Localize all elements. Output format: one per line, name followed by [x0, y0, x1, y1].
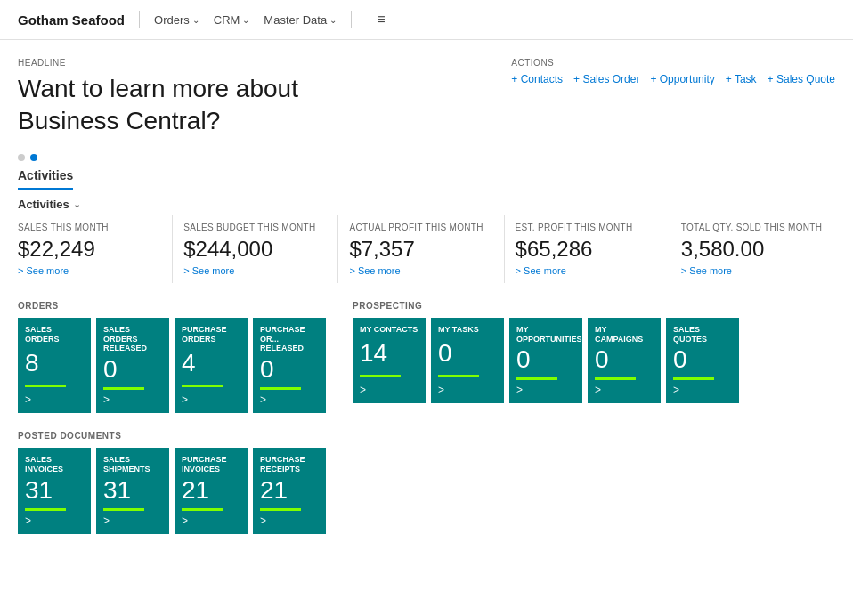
activities-section-header: Activities: [18, 168, 73, 190]
chevron-down-icon: ⌄: [329, 15, 337, 25]
sales-shipments-card[interactable]: SALES SHIPMENTS 31 >: [96, 448, 169, 534]
orders-cards-2: SALES ORDERS 8 > SALES ORDERS RELEASED 0…: [18, 318, 326, 413]
my-campaigns-card[interactable]: MY CAMPAIGNS 0 >: [588, 318, 661, 404]
carousel-dots: [0, 147, 853, 168]
metric-value-3: $65,286: [516, 237, 659, 262]
see-more-link-2[interactable]: > See more: [349, 265, 492, 276]
top-navigation: Gotham Seafood Orders ⌄ CRM ⌄ Master Dat…: [0, 0, 853, 40]
sales-invoices-card[interactable]: SALES INVOICES 31 >: [18, 448, 91, 534]
metric-value-1: $244,000: [183, 237, 327, 262]
sales-quotes-card[interactable]: SALES QUOTES 0 >: [666, 318, 739, 404]
metric-label-2: ACTUAL PROFIT THIS MONTH: [349, 222, 492, 233]
activities-bar-label: Activities: [18, 198, 69, 211]
purchase-orders-card-2[interactable]: PURCHASE ORDERS 4 >: [175, 318, 248, 413]
purchase-receipts-card[interactable]: PURCHASE RECEIPTS 21 >: [253, 448, 326, 534]
hero-title: Want to learn more about Business Centra…: [18, 73, 392, 138]
see-more-link-1[interactable]: > See more: [183, 265, 327, 276]
metric-value-4: 3,580.00: [681, 237, 825, 262]
see-more-link-0[interactable]: > See more: [18, 265, 161, 276]
dot-1[interactable]: [18, 154, 25, 161]
see-more-link-3[interactable]: > See more: [516, 265, 659, 276]
actions-label: ACTIONS: [511, 58, 835, 68]
hamburger-menu-icon[interactable]: ≡: [377, 12, 385, 28]
metrics-row: SALES THIS MONTH $22,249 > See more SALE…: [0, 215, 853, 292]
actions-links: + Contacts + Sales Order + Opportunity +…: [511, 73, 835, 85]
metric-value-2: $7,357: [349, 237, 492, 262]
hero-left: HEADLINE Want to learn more about Busine…: [18, 58, 511, 138]
posted-documents-label: POSTED DOCUMENTS: [18, 431, 835, 441]
add-contacts-action[interactable]: + Contacts: [511, 73, 563, 85]
add-task-action[interactable]: + Task: [726, 73, 757, 85]
prospecting-group: PROSPECTING MY CONTACTS 14 > MY TASKS 0 …: [353, 301, 739, 413]
metric-total-qty: TOTAL QTY. SOLD THIS MONTH 3,580.00 > Se…: [681, 215, 835, 283]
nav-divider-2: [351, 11, 352, 28]
orders-label-2: ORDERS: [18, 301, 326, 311]
master-data-nav-link[interactable]: Master Data ⌄: [264, 13, 337, 27]
sales-orders-released-card-2[interactable]: SALES ORDERS RELEASED 0 >: [96, 318, 169, 413]
metric-sales-this-month: SALES THIS MONTH $22,249 > See more: [18, 215, 173, 283]
nav-divider: [139, 11, 140, 28]
metric-label-4: TOTAL QTY. SOLD THIS MONTH: [681, 222, 825, 233]
my-contacts-card[interactable]: MY CONTACTS 14 >: [353, 318, 426, 404]
crm-nav-link[interactable]: CRM ⌄: [214, 13, 250, 27]
chevron-down-icon: ⌄: [242, 15, 249, 25]
metric-label-1: SALES BUDGET THIS MONTH: [183, 222, 327, 233]
headline-label: HEADLINE: [18, 58, 511, 68]
purchase-orders-released-card-2[interactable]: PURCHASE OR... RELEASED 0 >: [253, 318, 326, 413]
hero-section: HEADLINE Want to learn more about Busine…: [0, 40, 853, 147]
dot-2[interactable]: [30, 154, 37, 161]
activities-bar[interactable]: Activities ⌄: [0, 190, 853, 215]
purchase-invoices-card[interactable]: PURCHASE INVOICES 21 >: [175, 448, 248, 534]
metric-sales-budget: SALES BUDGET THIS MONTH $244,000 > See m…: [183, 215, 338, 283]
my-tasks-card[interactable]: MY TASKS 0 >: [431, 318, 504, 404]
metric-actual-profit: ACTUAL PROFIT THIS MONTH $7,357 > See mo…: [349, 215, 504, 283]
prospecting-label: PROSPECTING: [353, 301, 739, 311]
sales-orders-card-2[interactable]: SALES ORDERS 8 >: [18, 318, 91, 413]
my-opportunities-card[interactable]: MY OPPORTUNITIES 0 >: [509, 318, 582, 404]
metric-label-3: EST. PROFIT THIS MONTH: [516, 222, 659, 233]
company-name: Gotham Seafood: [18, 12, 125, 28]
activities-chevron-icon: ⌄: [73, 199, 81, 210]
add-sales-order-action[interactable]: + Sales Order: [573, 73, 639, 85]
cue-sections-row: [0, 292, 853, 301]
add-sales-quote-action[interactable]: + Sales Quote: [768, 73, 835, 85]
main-cue-row: ORDERS SALES ORDERS 8 > SALES ORDERS REL…: [0, 301, 853, 422]
posted-documents-section: POSTED DOCUMENTS SALES INVOICES 31 > SAL…: [0, 422, 853, 539]
prospecting-cards: MY CONTACTS 14 > MY TASKS 0 > MY OPPORTU…: [353, 318, 739, 404]
metric-value-0: $22,249: [18, 237, 161, 262]
chevron-down-icon: ⌄: [192, 15, 199, 25]
see-more-link-4[interactable]: > See more: [681, 265, 825, 276]
nav-links: Orders ⌄ CRM ⌄ Master Data ⌄: [154, 13, 337, 27]
orders-group: ORDERS SALES ORDERS 8 > SALES ORDERS REL…: [18, 301, 326, 413]
orders-nav-link[interactable]: Orders ⌄: [154, 13, 199, 27]
add-opportunity-action[interactable]: + Opportunity: [650, 73, 714, 85]
metric-est-profit: EST. PROFIT THIS MONTH $65,286 > See mor…: [516, 215, 670, 283]
hero-right: ACTIONS + Contacts + Sales Order + Oppor…: [511, 58, 835, 85]
posted-documents-cards: SALES INVOICES 31 > SALES SHIPMENTS 31 >…: [18, 448, 835, 534]
metric-label-0: SALES THIS MONTH: [18, 222, 161, 233]
